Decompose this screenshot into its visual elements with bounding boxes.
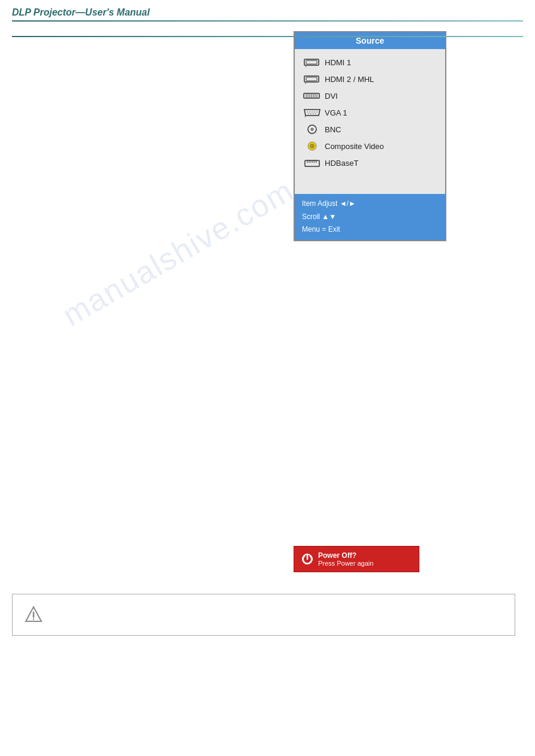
hdmi1-icon: 1 [303,57,325,68]
svg-point-37 [315,113,316,114]
svg-point-32 [314,111,315,112]
power-icon [301,553,313,565]
svg-point-56 [33,618,34,620]
source-menu-header: Source [295,32,445,49]
svg-marker-28 [304,110,320,116]
svg-point-29 [307,111,307,112]
list-item[interactable]: DVI [295,87,445,104]
svg-rect-1 [306,60,317,64]
hdmi2-icon: 2 [303,74,325,84]
list-item[interactable]: HDBaseT [295,154,445,171]
svg-point-25 [313,96,314,98]
list-item[interactable]: 1 HDMI 1 [295,54,445,71]
svg-point-17 [311,94,312,95]
source-item-label: DVI [325,92,437,101]
source-item-label: BNC [325,125,437,134]
svg-rect-4 [306,77,317,81]
list-item[interactable]: 2 HDMI 2 / MHL [295,71,445,87]
svg-point-13 [316,95,318,96]
dvi-icon [303,90,325,101]
source-items-list: 1 HDMI 1 2 HDMI 2 / MHL [295,49,445,176]
list-item[interactable]: 1 VGA 1 [295,104,445,121]
svg-point-30 [309,111,310,112]
bnc-icon [303,124,325,135]
page-title: DLP Projector—User's Manual [12,7,523,18]
footer-item-adjust: Item Adjust ◄/► [302,198,438,211]
svg-text:1: 1 [304,114,306,118]
svg-point-44 [312,145,313,147]
svg-point-10 [311,95,312,96]
footer-scroll: Scroll ▲▼ [302,211,438,224]
svg-point-35 [310,113,311,114]
svg-point-14 [306,94,307,95]
svg-point-41 [312,129,313,130]
warning-icon [25,606,43,624]
source-item-label: HDMI 1 [325,58,437,67]
source-item-label: VGA 1 [325,108,437,117]
watermark-text: manualshive.com [56,172,300,333]
svg-point-16 [309,94,310,95]
svg-point-20 [316,94,318,95]
svg-point-23 [309,96,310,98]
svg-point-21 [306,96,307,98]
svg-point-33 [316,111,317,112]
hdbaset-icon [303,157,325,168]
svg-point-26 [315,96,316,98]
svg-point-7 [306,95,307,96]
svg-point-27 [316,96,318,98]
svg-point-18 [313,94,314,95]
page-header: DLP Projector—User's Manual [0,0,535,25]
composite-icon [303,141,325,151]
svg-point-34 [308,113,309,114]
vga1-icon: 1 [303,107,325,118]
svg-point-22 [307,96,309,98]
svg-point-12 [315,95,316,96]
power-off-dialog: Power Off? Press Power again [294,546,419,572]
power-off-title: Power Off? [318,551,373,560]
warning-box [12,594,515,636]
power-text-block: Power Off? Press Power again [318,551,373,567]
header-divider [12,20,523,22]
list-item[interactable]: BNC [295,121,445,138]
footer-menu-exit: Menu = Exit [302,223,438,236]
source-item-label: HDBaseT [325,159,437,168]
source-menu-footer: Item Adjust ◄/► Scroll ▲▼ Menu = Exit [295,194,445,240]
svg-point-9 [309,95,310,96]
svg-point-31 [312,111,312,112]
list-item[interactable]: Composite Video [295,138,445,154]
svg-point-8 [307,95,309,96]
main-content: Source 1 HDMI 1 [0,25,535,49]
source-menu-panel: Source 1 HDMI 1 [294,31,446,241]
bottom-divider [12,36,523,37]
svg-point-15 [307,94,309,95]
source-spacer [295,176,445,194]
svg-point-11 [313,95,314,96]
svg-text:1: 1 [305,64,307,68]
svg-point-36 [313,113,313,114]
source-item-label: Composite Video [325,142,437,151]
source-item-label: HDMI 2 / MHL [325,75,437,84]
svg-point-19 [315,94,316,95]
svg-text:2: 2 [305,81,307,84]
power-off-subtitle: Press Power again [318,560,373,567]
svg-point-24 [311,96,312,98]
